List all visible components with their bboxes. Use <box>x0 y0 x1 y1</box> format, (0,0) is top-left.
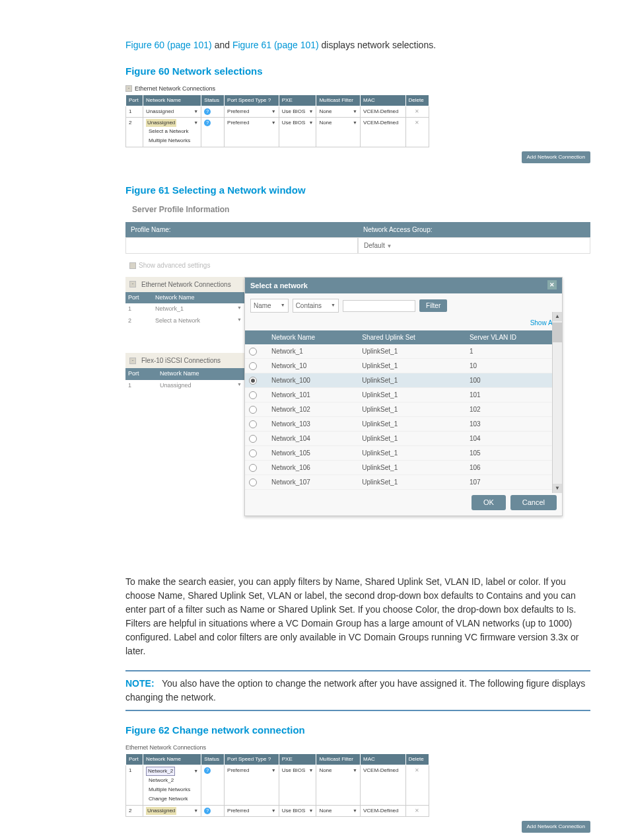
select-network-panel: Select a network✕ Name▼ Contains▼ Filter… <box>244 277 563 516</box>
link-fig61[interactable]: Figure 61 (page 101) <box>232 40 319 50</box>
cell-port: 2 <box>125 315 153 327</box>
cell-mcast[interactable]: None▼ <box>316 106 361 118</box>
cell-radio[interactable] <box>245 359 267 373</box>
iscsi-connections-header[interactable]: Flex-10 iSCSI Connections <box>125 353 251 368</box>
cell-radio[interactable] <box>245 417 267 432</box>
filter-input[interactable] <box>343 300 415 312</box>
ethernet-connections-header[interactable]: Ethernet Network Connections <box>125 277 251 292</box>
menu-item[interactable]: Multiple Networks <box>146 136 198 145</box>
cell-netname[interactable]: Network_1▼ <box>153 303 244 315</box>
cell-pxe[interactable]: Use BIOS▼ <box>279 118 316 147</box>
cell-port: 2 <box>126 118 143 147</box>
table-row[interactable]: Network_104UplinkSet_1104 <box>245 432 562 446</box>
cell-netname[interactable]: Select a Network▼ <box>153 315 244 327</box>
add-network-connection-button[interactable]: Add Network Connection <box>522 151 591 163</box>
table-row: 2 Unassigned▼ ? Preferred▼ Use BIOS▼ Non… <box>126 806 429 817</box>
cell-radio[interactable] <box>245 432 267 446</box>
cell-pxe[interactable]: Use BIOS▼ <box>279 806 316 817</box>
table-row[interactable]: Network_10UplinkSet_110 <box>245 359 562 373</box>
cell-mcast[interactable]: None▼ <box>316 806 361 817</box>
radio-icon <box>249 449 257 457</box>
scroll-down-icon[interactable]: ▼ <box>553 484 562 493</box>
cell-netname: Network_100 <box>267 373 358 388</box>
cell-speed[interactable]: Preferred▼ <box>225 118 279 147</box>
filter-button[interactable]: Filter <box>419 299 447 312</box>
cell-speed[interactable]: Preferred▼ <box>225 765 279 806</box>
table-row[interactable]: Network_107UplinkSet_1107 <box>245 475 562 490</box>
table-row[interactable]: Network_105UplinkSet_1105 <box>245 446 562 461</box>
delete-button[interactable]: ✕ <box>405 806 429 817</box>
radio-icon <box>249 435 257 443</box>
cell-netname[interactable]: Unassigned▼ Select a Network Multiple Ne… <box>143 118 201 147</box>
table-row[interactable]: Network_100UplinkSet_1100 <box>245 373 562 388</box>
profile-name-input[interactable] <box>125 237 358 254</box>
cell-pxe[interactable]: Use BIOS▼ <box>279 765 316 806</box>
menu-item[interactable]: Network_2 <box>146 776 198 785</box>
table-row[interactable]: Network_103UplinkSet_1103 <box>245 417 562 432</box>
cell-radio[interactable] <box>245 373 267 388</box>
radio-icon <box>249 478 257 486</box>
cell-port: 1 <box>125 380 157 392</box>
info-icon: ? <box>204 108 211 115</box>
table-row[interactable]: Network_101UplinkSet_1101 <box>245 388 562 402</box>
cell-netname: Network_106 <box>267 461 358 475</box>
chevron-down-icon: ▼ <box>308 767 313 775</box>
table-row[interactable]: Network_102UplinkSet_1102 <box>245 402 562 417</box>
cell-radio[interactable] <box>245 475 267 490</box>
show-advanced-settings-checkbox[interactable]: Show advanced settings <box>129 260 590 270</box>
link-fig60[interactable]: Figure 60 (page 101) <box>125 40 212 50</box>
collapse-icon[interactable] <box>125 85 132 92</box>
chevron-down-icon: ▼ <box>193 768 198 775</box>
cell-mcast[interactable]: None▼ <box>316 118 361 147</box>
cell-sus: UplinkSet_1 <box>358 388 466 402</box>
menu-item[interactable]: Change Network <box>146 794 198 804</box>
cell-netname[interactable]: Unassigned▼ <box>143 106 201 118</box>
delete-button[interactable]: ✕ <box>405 765 429 806</box>
cell-radio[interactable] <box>245 402 267 417</box>
cell-vlan: 10 <box>466 359 562 373</box>
cell-netname: Network_104 <box>267 432 358 446</box>
mcast-value: None <box>319 807 332 815</box>
delete-button[interactable]: ✕ <box>405 118 429 147</box>
chevron-down-icon: ▼ <box>353 767 357 775</box>
netname-value: Network_2 <box>146 767 175 776</box>
col-pxe: PXE <box>279 754 316 765</box>
network-access-group-select[interactable]: Default ▼ <box>358 237 590 254</box>
cell-radio[interactable] <box>245 344 267 359</box>
cell-netname[interactable]: Network_2▼ Network_2 Multiple Networks C… <box>143 765 201 806</box>
server-profile-info-title: Server Profile Information <box>132 204 590 215</box>
menu-item[interactable]: Multiple Networks <box>146 785 198 794</box>
delete-button[interactable]: ✕ <box>405 106 429 118</box>
cell-mcast[interactable]: None▼ <box>316 765 361 806</box>
cancel-button[interactable]: Cancel <box>510 495 557 510</box>
cell-netname: Network_105 <box>267 446 358 461</box>
cell-netname[interactable]: Unassigned▼ <box>157 380 244 392</box>
netname-value: Unassigned <box>146 108 174 116</box>
filter-op-select[interactable]: Contains▼ <box>293 299 339 313</box>
cell-radio[interactable] <box>245 388 267 402</box>
table-row[interactable]: Network_106UplinkSet_1106 <box>245 461 562 475</box>
close-icon[interactable]: ✕ <box>547 280 557 289</box>
scroll-up-icon[interactable]: ▲ <box>553 312 562 321</box>
add-network-connection-button[interactable]: Add Network Connection <box>522 821 591 833</box>
table-row[interactable]: Network_1UplinkSet_11 <box>245 344 562 359</box>
fig62-caption: Figure 62 Change network connection <box>125 723 590 738</box>
fig61: Server Profile Information Profile Name:… <box>125 204 590 564</box>
chevron-down-icon: ▼ <box>308 120 313 127</box>
filter-op-value: Contains <box>296 301 322 311</box>
pxe-value: Use BIOS <box>282 119 306 127</box>
filter-field-select[interactable]: Name▼ <box>250 299 289 313</box>
cell-radio[interactable] <box>245 446 267 461</box>
cell-netname[interactable]: Unassigned▼ <box>143 806 201 817</box>
col-netname: Network Name <box>153 292 244 304</box>
cell-status: ? <box>201 806 225 817</box>
scroll-thumb[interactable] <box>553 323 562 342</box>
cell-pxe[interactable]: Use BIOS▼ <box>279 106 316 118</box>
col-status: Status <box>201 754 225 765</box>
ok-button[interactable]: OK <box>472 495 506 510</box>
cell-speed[interactable]: Preferred▼ <box>225 806 279 817</box>
scrollbar[interactable]: ▲ ▼ <box>552 312 562 493</box>
cell-radio[interactable] <box>245 461 267 475</box>
cell-speed[interactable]: Preferred▼ <box>225 106 279 118</box>
menu-item[interactable]: Select a Network <box>146 127 198 136</box>
